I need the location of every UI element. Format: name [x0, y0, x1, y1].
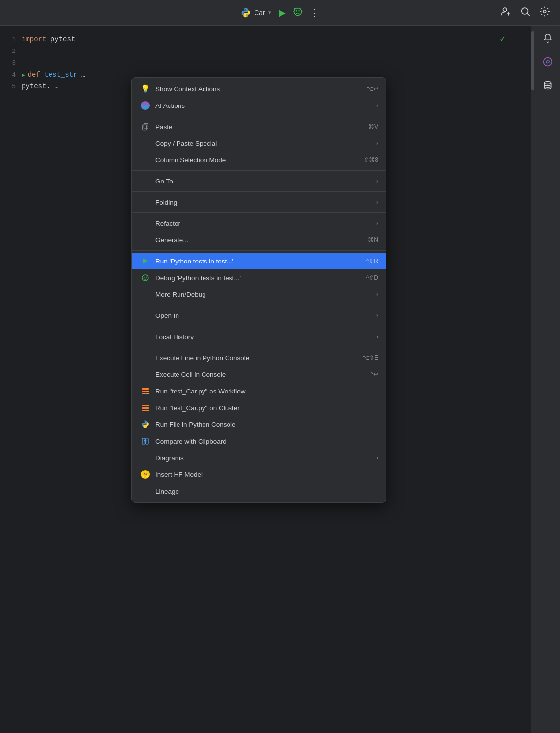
open-in-icon: [140, 310, 151, 321]
menu-arrow-diagrams: ›: [376, 454, 378, 461]
svg-point-6: [544, 82, 551, 84]
database-button[interactable]: [540, 78, 556, 93]
search-button[interactable]: [520, 6, 531, 19]
svg-point-11: [146, 277, 147, 278]
module-name: pytest: [51, 35, 75, 43]
editor-scrollbar[interactable]: [531, 26, 535, 733]
code-line-3: 3: [0, 57, 535, 69]
code-line-2: 2: [0, 45, 535, 57]
menu-label-show-context: Show Context Actions: [155, 85, 358, 93]
menu-label-paste: Paste: [155, 123, 360, 131]
project-title: Car: [254, 9, 265, 17]
menu-item-run-workflow[interactable]: Run "test_Car.py" as Workflow: [132, 383, 386, 399]
menu-shortcut-execute-cell: ^↩: [370, 371, 378, 378]
menu-label-run-workflow: Run "test_Car.py" as Workflow: [155, 388, 378, 395]
menu-arrow-local-history: ›: [376, 333, 378, 340]
menu-item-folding[interactable]: Folding ›: [132, 194, 386, 210]
menu-label-more-run-debug: More Run/Debug: [155, 291, 372, 298]
menu-item-refactor[interactable]: Refactor ›: [132, 215, 386, 232]
truncated-code-2: …: [54, 82, 58, 90]
more-run-debug-icon: [140, 289, 151, 300]
menu-item-ai-actions[interactable]: AI Actions ›: [132, 97, 386, 114]
menu-item-paste[interactable]: Paste ⌘V: [132, 118, 386, 135]
menu-label-run-tests: Run 'Python tests in test...': [155, 258, 358, 265]
menu-item-local-history[interactable]: Local History ›: [132, 328, 386, 345]
column-selection-icon: [140, 155, 151, 165]
ai-assistant-button[interactable]: [540, 54, 556, 70]
menu-item-more-run-debug[interactable]: More Run/Debug ›: [132, 286, 386, 303]
svg-rect-8: [143, 125, 147, 130]
run-button[interactable]: ▶: [279, 7, 286, 18]
python-icon: [240, 7, 251, 18]
execute-line-icon: [140, 352, 151, 363]
menu-shortcut-show-context: ⌥↩: [366, 85, 378, 92]
run-gutter-arrow[interactable]: ▶: [22, 72, 25, 78]
menu-item-compare-clipboard[interactable]: Compare with Clipboard: [132, 433, 386, 449]
diagrams-icon: [140, 452, 151, 463]
lineage-icon: [140, 486, 151, 497]
menu-label-copy-paste-special: Copy / Paste Special: [155, 140, 372, 147]
menu-label-execute-line: Execute Line in Python Console: [155, 354, 355, 362]
menu-item-run-python-console[interactable]: Run File in Python Console: [132, 416, 386, 433]
local-history-icon: [140, 331, 151, 342]
divider-8: [132, 347, 386, 347]
scrollbar-thumb[interactable]: [531, 31, 534, 90]
menu-item-run-cluster[interactable]: Run "test_Car.py" on Cluster: [132, 399, 386, 416]
menu-item-insert-hf[interactable]: 🤗 Insert HF Model: [132, 466, 386, 483]
debug-icon: [293, 7, 303, 17]
menu-item-go-to[interactable]: Go To ›: [132, 173, 386, 189]
menu-item-generate[interactable]: Generate... ⌘N: [132, 232, 386, 248]
run-workflow-icon: [140, 386, 151, 396]
menu-label-lineage: Lineage: [155, 488, 378, 495]
menu-item-run-tests[interactable]: Run 'Python tests in test...' ^⇧R: [132, 253, 386, 269]
menu-arrow-copy-paste-special: ›: [376, 140, 378, 147]
menu-item-debug-tests[interactable]: Debug 'Python tests in test...' ^⇧D: [132, 269, 386, 286]
execute-cell-icon: [140, 369, 151, 380]
menu-shortcut-column-selection: ⇧⌘8: [364, 157, 378, 163]
menu-item-execute-line[interactable]: Execute Line in Python Console ⌥⇧E: [132, 349, 386, 366]
divider-4: [132, 212, 386, 213]
menu-item-open-in[interactable]: Open In ›: [132, 307, 386, 324]
svg-point-3: [503, 8, 507, 11]
titlebar: Car ▾ ▶ ⋮: [0, 0, 560, 26]
menu-item-copy-paste-special[interactable]: Copy / Paste Special ›: [132, 135, 386, 152]
svg-point-9: [142, 275, 148, 281]
menu-item-lineage[interactable]: Lineage: [132, 483, 386, 499]
menu-arrow-more-run-debug: ›: [376, 291, 378, 298]
menu-label-run-cluster: Run "test_Car.py" on Cluster: [155, 404, 378, 412]
menu-item-column-selection[interactable]: Column Selection Mode ⇧⌘8: [132, 152, 386, 168]
folding-icon: [140, 197, 151, 208]
line-number-3: 3: [4, 59, 22, 67]
menu-arrow-open-in: ›: [376, 312, 378, 319]
svg-rect-7: [144, 123, 148, 129]
add-user-button[interactable]: [500, 6, 511, 19]
editor-area: 1 import pytest 2 3 4 ▶ def test_str …: [0, 26, 560, 733]
refactor-icon: [140, 218, 151, 229]
menu-label-execute-cell: Execute Cell in Console: [155, 371, 362, 378]
divider-7: [132, 326, 386, 326]
divider-1: [132, 116, 386, 116]
svg-point-2: [298, 10, 300, 11]
context-menu: 💡 Show Context Actions ⌥↩ AI Actions › P…: [131, 77, 386, 503]
line-content-1: import pytest: [22, 35, 531, 43]
divider-6: [132, 305, 386, 305]
menu-label-debug-tests: Debug 'Python tests in test...': [155, 274, 358, 282]
copy-paste-special-icon: [140, 138, 151, 149]
svg-rect-12: [142, 438, 145, 444]
indented-code: pytest.: [22, 82, 51, 90]
more-button[interactable]: ⋮: [309, 7, 320, 19]
menu-item-show-context[interactable]: 💡 Show Context Actions ⌥↩: [132, 80, 386, 97]
menu-item-diagrams[interactable]: Diagrams ›: [132, 449, 386, 466]
menu-item-execute-cell[interactable]: Execute Cell in Console ^↩: [132, 366, 386, 383]
menu-shortcut-run-tests: ^⇧R: [366, 258, 378, 264]
settings-button[interactable]: [539, 6, 550, 19]
menu-arrow-ai-actions: ›: [376, 102, 378, 109]
run-python-console-icon: [140, 419, 151, 430]
notifications-button[interactable]: [540, 30, 556, 46]
titlebar-right: [500, 6, 550, 19]
menu-label-refactor: Refactor: [155, 220, 372, 227]
debug-button[interactable]: [293, 7, 303, 19]
project-name[interactable]: Car ▾: [240, 7, 271, 18]
generate-icon: [140, 235, 151, 245]
keyword-import: import: [22, 35, 46, 43]
